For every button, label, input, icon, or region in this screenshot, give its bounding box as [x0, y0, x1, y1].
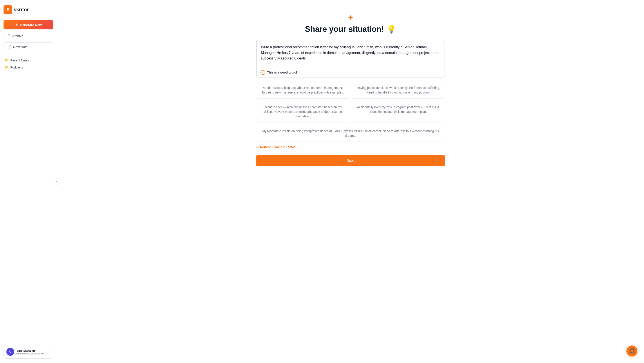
sidebar: E skritor ✦ Generate New 🗄 Archive 📄 New… — [0, 0, 57, 363]
situation-input[interactable] — [256, 40, 444, 67]
logo-icon: E — [4, 5, 12, 14]
lightbulb-emoji: 💡 — [386, 24, 396, 34]
next-button[interactable]: Next — [256, 155, 445, 166]
check-circle-icon: ✓ — [260, 70, 265, 75]
example-card-4[interactable]: Accidentally liked my ex's Instagram pos… — [352, 101, 445, 122]
good-topic-indicator: ✓ This is a good topic! — [256, 68, 444, 77]
main-content: ✦ Share your situation! 💡 ✓ This is a go… — [57, 0, 644, 363]
user-profile-area[interactable]: V Viraj Mahajan writingwithviraj@gmail.c… — [4, 345, 53, 359]
example-card-3[interactable]: I want to check which businesses I can s… — [256, 101, 349, 122]
refresh-examples-button[interactable]: ↻ Refresh Example Topics — [256, 145, 296, 149]
user-info: Viraj Mahajan writingwithviraj@gmail.cor — [16, 349, 47, 355]
new-note-button[interactable]: 📄 New Note — [4, 42, 53, 51]
refresh-row: ↻ Refresh Example Topics — [256, 145, 445, 149]
user-name: Viraj Mahajan — [16, 349, 47, 352]
user-email: writingwithviraj@gmail.cor — [16, 352, 47, 355]
logo: E skritor — [4, 4, 53, 15]
example-card-5[interactable]: My roommate insists on doing interpretiv… — [256, 125, 445, 142]
nav-section: 📁 Recent Notes 📁 Podcasts — [4, 57, 53, 71]
chevron-right-icon: › — [50, 350, 50, 354]
folder-icon: 📁 — [4, 66, 8, 69]
archive-button[interactable]: 🗄 Archive — [4, 32, 53, 40]
new-note-icon: 📄 — [7, 45, 12, 49]
folder-icon: 📁 — [4, 59, 8, 62]
archive-icon: 🗄 — [7, 34, 10, 38]
sparkle-decoration-icon: ✦ — [347, 13, 354, 22]
headset-icon: 🎧 — [629, 348, 635, 354]
support-button[interactable]: 🎧 — [626, 346, 638, 357]
example-card-2[interactable]: Having panic attacks at work recently. P… — [352, 82, 445, 98]
sidebar-collapse-button[interactable]: « — [54, 178, 60, 185]
logo-text: skritor — [14, 7, 28, 12]
examples-grid: Need to write a blog post about remote t… — [256, 82, 445, 122]
sparkle-icon: ✦ — [15, 23, 18, 27]
avatar: V — [6, 348, 14, 356]
example-card-1[interactable]: Need to write a blog post about remote t… — [256, 82, 349, 98]
refresh-icon: ↻ — [256, 145, 259, 149]
sidebar-item-podcasts[interactable]: 📁 Podcasts — [4, 64, 53, 71]
sidebar-item-recent-notes[interactable]: 📁 Recent Notes — [4, 57, 53, 64]
page-title: Share your situation! 💡 — [305, 24, 396, 34]
generate-new-button[interactable]: ✦ Generate New — [4, 20, 53, 29]
situation-textarea-wrapper: ✓ This is a good topic! — [256, 40, 445, 77]
